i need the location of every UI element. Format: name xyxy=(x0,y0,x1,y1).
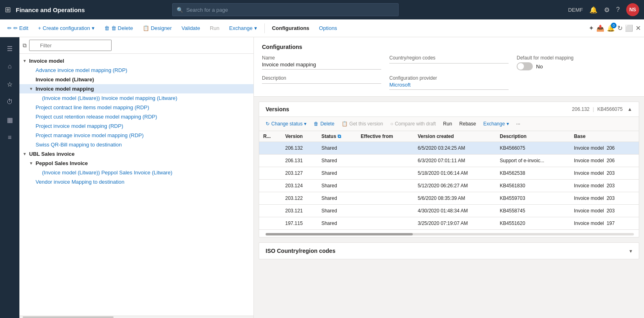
cell-effective xyxy=(357,180,414,192)
separator xyxy=(264,23,265,33)
filter-icon[interactable]: ⧉ xyxy=(338,134,341,139)
open-in-new-icon[interactable]: 📤 xyxy=(596,24,604,32)
table-row[interactable]: 206.131 Shared 6/3/2020 07:01:11 AM Supp… xyxy=(259,155,639,167)
edit-button[interactable]: ✏ ✏ Edit xyxy=(3,23,32,33)
cell-created: 4/30/2020 01:48:34 AM xyxy=(414,205,496,217)
tree-item-litware-mapping[interactable]: (Invoice model (Litware)) Invoice model … xyxy=(19,93,253,103)
exchange-button[interactable]: Exchange ▾ xyxy=(225,23,261,33)
versions-toolbar: ↻ Change status ▾ 🗑 Delete 📋 Get this ve… xyxy=(259,117,639,131)
tree-item-label: (Invoice model (Litware)) Invoice model … xyxy=(42,95,177,101)
tree-item-label: (Invoice model (Litware)) Peppol Sales I… xyxy=(42,170,172,176)
expand-icon[interactable]: ⬜ xyxy=(625,24,633,32)
versions-meta-kb: KB4566075 xyxy=(597,106,623,112)
compare-label: Compare with draft xyxy=(395,121,436,127)
tree-item-project-manage[interactable]: Project manage invoice model mapping (RD… xyxy=(19,131,253,140)
cell-r xyxy=(259,155,281,167)
hamburger-icon[interactable]: ☰ xyxy=(2,40,18,57)
tree-item-label: Swiss QR-Bill mapping to destination xyxy=(36,142,122,148)
tree-item-advance[interactable]: Advance invoice model mapping (RDP) xyxy=(19,66,253,75)
compare-draft-button[interactable]: ○ Compare with draft xyxy=(387,119,439,128)
tree-item-project-cust[interactable]: Project cust retention release model map… xyxy=(19,112,253,121)
table-row[interactable]: 206.132 Shared 6/5/2020 03:24:25 AM KB45… xyxy=(259,142,639,155)
default-toggle[interactable] xyxy=(517,62,533,70)
versions-collapse-icon[interactable]: ▲ xyxy=(627,106,632,112)
iso-chevron-icon[interactable]: ▾ xyxy=(629,248,632,254)
tree-item-label: Project cust retention release model map… xyxy=(36,114,157,120)
table-row[interactable]: 203.124 Shared 5/12/2020 06:26:27 AM KB4… xyxy=(259,180,639,192)
versions-table: R... Version Status ⧉ Effective from Ver… xyxy=(259,131,639,230)
tree-item-invoice-mapping[interactable]: ▼ Invoice model mapping xyxy=(19,84,253,93)
search-bar[interactable]: 🔍 xyxy=(172,3,399,16)
tree-item-vendor[interactable]: Vendor invoice Mapping to destination xyxy=(19,177,253,187)
filter-icon[interactable]: ⧉ xyxy=(23,42,27,49)
tree-item-invoice-model[interactable]: ▼ Invoice model xyxy=(19,56,253,66)
tree-item-peppol[interactable]: ▼ Peppol Sales Invoice xyxy=(19,159,253,168)
delete-button[interactable]: 🗑 🗑 Delete xyxy=(100,23,137,33)
notification-badge[interactable]: 🔔 0 xyxy=(607,24,615,32)
home-icon[interactable]: ⌂ xyxy=(2,58,18,74)
avatar[interactable]: NS xyxy=(626,3,639,16)
cell-r xyxy=(259,217,281,230)
validate-button[interactable]: Validate xyxy=(177,23,204,33)
help-icon[interactable]: ? xyxy=(616,6,620,13)
base-link[interactable]: Invoice model xyxy=(574,145,604,151)
table-row[interactable]: 203.127 Shared 5/18/2020 01:06:14 AM KB4… xyxy=(259,167,639,180)
edit-icon: ✏ xyxy=(7,25,12,31)
cell-effective xyxy=(357,167,414,180)
country-value xyxy=(389,61,509,64)
cell-effective xyxy=(357,205,414,217)
tree-item-peppol-litware[interactable]: (Invoice model (Litware)) Peppol Sales I… xyxy=(19,168,253,177)
tree-item-label: Invoice model xyxy=(29,58,64,64)
tree-item-litware[interactable]: Invoice model (Litware) xyxy=(19,75,253,84)
provider-field-group: Configuration provider Microsoft xyxy=(389,75,509,90)
country-label: Country/region codes xyxy=(389,55,509,61)
settings-icon[interactable]: ⚙ xyxy=(604,6,610,14)
search-input[interactable] xyxy=(186,7,394,13)
versions-exchange-button[interactable]: Exchange ▾ xyxy=(480,119,512,128)
cell-version: 203.124 xyxy=(281,180,317,192)
clock-icon[interactable]: ⏱ xyxy=(2,94,18,110)
refresh-icon[interactable]: ↻ xyxy=(617,24,623,32)
star-icon[interactable]: ☆ xyxy=(2,76,18,92)
app-grid-icon[interactable]: ⊞ xyxy=(5,5,11,14)
get-version-button[interactable]: 📋 Get this version xyxy=(338,119,386,128)
create-config-button[interactable]: + Create configuration ▾ xyxy=(34,23,99,33)
notification-icon[interactable]: 🔔 xyxy=(589,6,598,14)
configurations-button[interactable]: Configurations xyxy=(268,23,313,33)
tree-item-ubl[interactable]: ▼ UBL Sales invoice xyxy=(19,149,253,159)
table-row[interactable]: 203.122 Shared 5/6/2020 08:35:39 AM KB45… xyxy=(259,192,639,205)
filter-input[interactable] xyxy=(29,40,112,51)
designer-button[interactable]: 📋 Designer xyxy=(139,23,176,33)
versions-run-button[interactable]: Run xyxy=(440,119,455,128)
tree-item-project-contract[interactable]: Project contract line items model mappin… xyxy=(19,103,253,112)
name-field-group: Name Invoice model mapping xyxy=(262,55,381,70)
more-button[interactable]: ··· xyxy=(513,119,524,128)
options-button[interactable]: Options xyxy=(315,23,341,33)
list-icon[interactable]: ≡ xyxy=(2,129,18,146)
cell-desc: KB4566075 xyxy=(496,142,570,155)
col-created: Version created xyxy=(414,131,496,142)
cell-desc: KB4551620 xyxy=(496,217,570,230)
rebase-button[interactable]: Rebase xyxy=(456,119,479,128)
table-row[interactable]: 197.115 Shared 3/25/2020 07:19:07 AM KB4… xyxy=(259,217,639,230)
main-layout: ☰ ⌂ ☆ ⏱ ▦ ≡ ⧉ 🔍 ▼ Invoice model Advance … xyxy=(0,37,644,318)
config-fields: Name Invoice model mapping Country/regio… xyxy=(262,55,636,90)
desc-field-group: Description xyxy=(262,75,381,90)
horizontal-scrollbar[interactable] xyxy=(259,230,639,237)
close-icon[interactable]: ✕ xyxy=(636,24,641,32)
cell-effective xyxy=(357,142,414,155)
cell-status: Shared xyxy=(317,192,357,205)
change-status-button[interactable]: ↻ Change status ▾ xyxy=(262,119,310,128)
tree-item-project-invoice[interactable]: Project invoice model mapping (RDP) xyxy=(19,121,253,131)
grid-icon[interactable]: ▦ xyxy=(2,112,18,128)
versions-section: Versions 206.132 | KB4566075 ▲ ↻ Change … xyxy=(259,102,639,237)
col-description: Description xyxy=(496,131,570,142)
provider-value[interactable]: Microsoft xyxy=(389,82,509,90)
filter-input-wrap: 🔍 xyxy=(29,40,250,51)
versions-delete-button[interactable]: 🗑 Delete xyxy=(310,119,338,128)
run-button[interactable]: Run xyxy=(206,23,224,33)
change-status-icon: ↻ xyxy=(266,121,270,127)
table-row[interactable]: 203.121 Shared 4/30/2020 01:48:34 AM KB4… xyxy=(259,205,639,217)
personalize-icon[interactable]: ✦ xyxy=(589,24,594,32)
tree-item-swiss[interactable]: Swiss QR-Bill mapping to destination xyxy=(19,140,253,149)
